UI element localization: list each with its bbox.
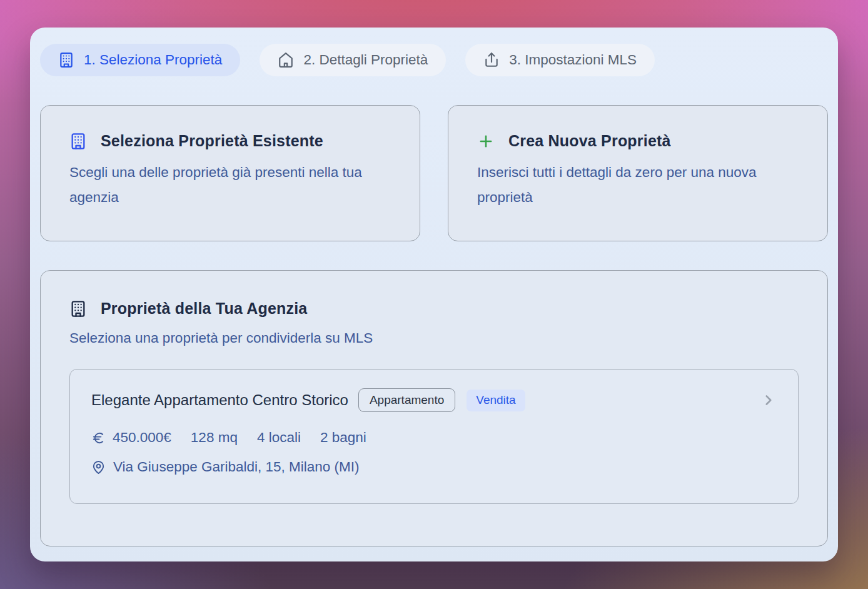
property-price: 450.000€ xyxy=(91,430,171,446)
option-description: Scegli una delle proprietà già presenti … xyxy=(69,160,382,210)
step-label: 1. Seleziona Proprietà xyxy=(84,52,222,68)
building-icon xyxy=(69,300,87,318)
select-existing-property-card[interactable]: Seleziona Proprietà Esistente Scegli una… xyxy=(40,105,420,241)
step-property-details[interactable]: 2. Dettagli Proprietà xyxy=(260,44,446,76)
building-icon xyxy=(69,133,87,150)
step-select-property[interactable]: 1. Seleziona Proprietà xyxy=(40,44,240,76)
property-type-badge: Appartamento xyxy=(358,388,455,412)
property-name: Elegante Appartamento Centro Storico xyxy=(91,391,348,409)
panel-title: Proprietà della Tua Agenzia xyxy=(101,300,307,318)
plus-icon xyxy=(477,133,495,150)
property-price-value: 450.000€ xyxy=(113,430,171,446)
building-icon xyxy=(58,52,74,68)
property-source-options: Seleziona Proprietà Esistente Scegli una… xyxy=(40,105,828,241)
property-rooms: 4 locali xyxy=(257,430,301,446)
create-new-property-card[interactable]: Crea Nuova Proprietà Inserisci tutti i d… xyxy=(448,105,828,241)
panel-subtitle: Seleziona una proprietà per condividerla… xyxy=(69,330,799,346)
property-list-item[interactable]: Elegante Appartamento Centro Storico App… xyxy=(69,369,799,504)
upload-icon xyxy=(483,52,500,68)
option-description: Inserisci tutti i dettagli da zero per u… xyxy=(477,160,790,210)
agency-properties-panel: Proprietà della Tua Agenzia Seleziona un… xyxy=(40,270,828,546)
property-status-badge: Vendita xyxy=(467,390,525,411)
chevron-right-icon[interactable] xyxy=(760,392,777,408)
map-pin-icon xyxy=(91,460,106,475)
step-label: 2. Dettagli Proprietà xyxy=(303,52,428,68)
property-size: 128 mq xyxy=(191,430,238,446)
property-baths: 2 bagni xyxy=(320,430,366,446)
wizard-steps: 1. Seleziona Proprietà 2. Dettagli Propr… xyxy=(40,44,828,76)
step-label: 3. Impostazioni MLS xyxy=(509,52,637,68)
euro-icon xyxy=(91,431,106,445)
option-title: Crea Nuova Proprietà xyxy=(508,132,671,150)
property-address: Via Giuseppe Garibaldi, 15, Milano (MI) xyxy=(113,459,360,475)
house-icon xyxy=(278,52,294,68)
step-mls-settings[interactable]: 3. Impostazioni MLS xyxy=(465,44,655,76)
option-title: Seleziona Proprietà Esistente xyxy=(101,132,323,150)
mls-wizard-window: 1. Seleziona Proprietà 2. Dettagli Propr… xyxy=(30,28,838,561)
